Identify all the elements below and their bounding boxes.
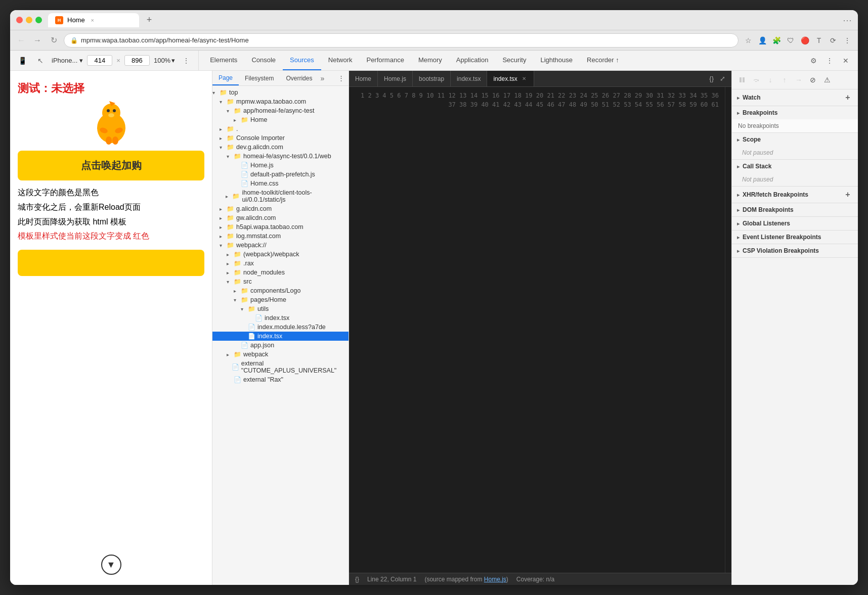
deactivate-breakpoints-button[interactable]: ⊘ [807,74,819,86]
more-devtools-button[interactable]: ⋮ [822,54,837,68]
filetab-filesystem[interactable]: Filesystem [239,71,280,85]
tab-elements[interactable]: Elements [203,51,244,70]
tree-item-utils[interactable]: 📁 utils [212,304,349,313]
tab-security[interactable]: Security [495,51,533,70]
filetab-page[interactable]: Page [212,71,239,85]
editor-tab-bootstrap[interactable]: bootstrap [413,71,451,86]
tree-item-webpack-folder[interactable]: 📁 webpack [212,350,349,359]
maximize-button[interactable] [35,17,42,23]
tab-performance[interactable]: Performance [359,51,411,70]
shield-icon[interactable]: 🛡 [785,35,796,46]
tree-item-nodemodules[interactable]: 📁 node_modules [212,268,349,277]
close-devtools-button[interactable]: ✕ [839,54,853,68]
tree-item-dot[interactable]: 📁 . [212,124,349,133]
tab-close-button[interactable]: × [89,17,96,24]
tree-item-webpack[interactable]: 📁 webpack:// [212,241,349,250]
filetab-options-button[interactable]: ⋮ [338,74,344,82]
tree-item-indextsx-utils[interactable]: 📄 index.tsx [212,313,349,323]
device-toggle-button[interactable]: 📱 [15,54,29,68]
back-button[interactable]: ← [15,34,27,47]
tab-lighthouse[interactable]: Lighthouse [533,51,580,70]
editor-tab-home[interactable]: Home [349,71,378,86]
device-select[interactable]: iPhone... ▾ [52,57,83,64]
pause-resume-button[interactable] [736,74,748,86]
format-button[interactable]: {} [707,74,716,83]
tab-application[interactable]: Application [449,51,496,70]
tree-item-indexmodule[interactable]: 📄 index.module.less?a7de [212,323,349,332]
dom-section-header[interactable]: ▸ DOM Breakpoints [732,203,858,216]
tree-item-defaultpath[interactable]: 📄 default-path-prefetch.js [212,170,349,179]
tree-item-appjson[interactable]: 📄 app.json [212,341,349,350]
zoom-select[interactable]: 100% ▾ [154,57,175,64]
tree-item-gwalicdn[interactable]: 📁 gw.alicdn.com [212,213,349,222]
code-content[interactable]: import { sendTrack } from '@ali/tp-track… [725,87,731,573]
translate-icon[interactable]: T [813,35,824,46]
global-listeners-header[interactable]: ▸ Global Listeners [732,217,858,230]
browser-tab-home[interactable]: H Home × [48,13,139,27]
xhrfetch-add-button[interactable]: + [843,190,853,200]
refresh-button[interactable]: ↻ [48,34,60,47]
tree-item-galicdn[interactable]: 📁 g.alicdn.com [212,204,349,213]
tree-item-devgalicdn[interactable]: 📁 dev.g.alicdn.com [212,143,349,152]
filetab-overrides[interactable]: Overrides [280,71,318,85]
tab-sources[interactable]: Sources [283,51,321,70]
adblock-icon[interactable]: 🔴 [799,35,810,46]
tree-item-webpackwebpack[interactable]: 📁 (webpack)/webpack [212,250,349,259]
filetab-more-button[interactable]: » [320,74,324,82]
tree-item-pageshome[interactable]: 📁 pages/Home [212,295,349,304]
menu-icon[interactable]: ⋮ [842,35,853,46]
tree-item-top[interactable]: 📁 top [212,88,349,97]
extension-icon[interactable]: 🧩 [771,35,782,46]
step-over-button[interactable]: ⤼ [750,74,762,86]
width-input[interactable] [87,55,112,66]
step-into-button[interactable]: ↓ [764,74,776,86]
address-input[interactable]: 🔒 mpmw.wapa.taobao.com/app/homeai-fe/asy… [64,33,739,48]
watch-add-button[interactable]: + [843,93,853,103]
settings-button[interactable]: ⚙ [806,54,820,68]
tab-network[interactable]: Network [321,51,360,70]
tree-item-app[interactable]: 📁 app/homeai-fe/async-test [212,106,349,115]
source-file-link[interactable]: Home.js [484,576,506,583]
tab-recorder[interactable]: Recorder ↑ [580,51,626,70]
tree-item-externalcutome[interactable]: 📄 external "CUTOME_APLUS_UNIVERSAL" [212,359,349,375]
tree-item-homecss[interactable]: 📄 Home.css [212,179,349,188]
editor-tab-indextsx1[interactable]: index.tsx [451,71,487,86]
expand-editor-button[interactable]: ⤢ [718,74,727,83]
height-input[interactable] [124,55,150,66]
tree-item-mpmw[interactable]: 📁 mpmw.wapa.taobao.com [212,97,349,106]
csp-section-header[interactable]: ▸ CSP Violation Breakpoints [732,244,858,257]
sync-icon[interactable]: ⟳ [828,35,839,46]
editor-tab-homejs[interactable]: Home.js [378,71,413,86]
watch-section-header[interactable]: ▸ Watch + [732,89,858,106]
tree-item-homejs[interactable]: 📄 Home.js [212,161,349,170]
dont-pause-exceptions-button[interactable]: ⚠ [821,74,833,86]
tab-console[interactable]: Console [244,51,283,70]
add-to-cart-button[interactable]: 点击唤起加购 [18,151,204,180]
close-button[interactable] [16,17,23,23]
tree-item-console-importer[interactable]: 📁 Console Importer [212,133,349,143]
minimize-button[interactable] [26,17,32,23]
event-listener-header[interactable]: ▸ Event Listener Breakpoints [732,231,858,244]
forward-button[interactable]: → [31,34,44,47]
tree-item-ihometoolkit[interactable]: 📁 ihome-toolkit/client-tools-ui/0.0.1/st… [212,188,349,204]
bookmark-icon[interactable]: ☆ [743,35,754,46]
tree-item-homeaife[interactable]: 📁 homeai-fe/async-test/0.0.1/web [212,152,349,161]
tree-item-h5api[interactable]: 📁 h5api.wapa.taobao.com [212,222,349,232]
editor-tab-indextsx2[interactable]: index.tsx ✕ [487,71,534,86]
step-out-button[interactable]: ↑ [778,74,791,86]
cursor-icon[interactable]: ↖ [33,54,48,68]
tree-item-src[interactable]: 📁 src [212,277,349,286]
callstack-section-header[interactable]: ▸ Call Stack [732,160,858,173]
breakpoints-section-header[interactable]: ▸ Breakpoints [732,106,858,119]
xhrfetch-section-header[interactable]: ▸ XHR/fetch Breakpoints + [732,187,858,203]
scope-section-header[interactable]: ▸ Scope [732,133,858,146]
code-area[interactable]: 1 2 3 4 5 6 7 8 9 10 11 12 13 14 15 16 1… [349,87,731,573]
tree-item-externalrax[interactable]: 📄 external "Rax" [212,375,349,384]
profile-icon[interactable]: 👤 [757,35,768,46]
tree-item-rax[interactable]: 📁 .rax [212,259,349,268]
tab-close-button[interactable]: ✕ [520,75,528,82]
more-options-button[interactable]: ⋮ [179,54,193,68]
new-tab-button[interactable]: + [142,13,156,27]
step-button[interactable]: → [793,74,805,86]
tree-item-home[interactable]: 📁 Home [212,115,349,124]
